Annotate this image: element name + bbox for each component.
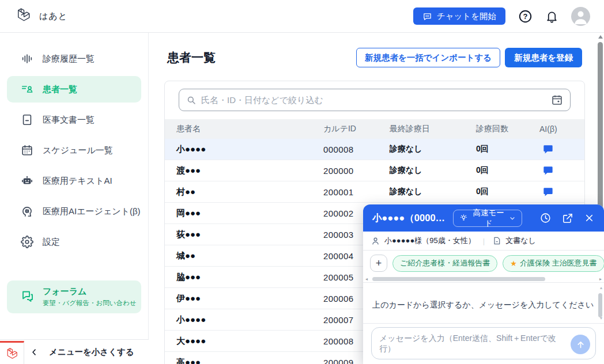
chart-id-cell: 000008	[323, 145, 390, 154]
chat-panel-title: 小●●●●（0000…	[372, 212, 445, 225]
chip-label: ご紹介患者様・経過報告書	[400, 258, 490, 268]
history-clock-button[interactable]	[538, 211, 553, 225]
lightbulb-icon	[459, 214, 468, 222]
table-row[interactable]: 小●●●●000008診療なし0回	[165, 139, 584, 160]
search-input[interactable]	[201, 95, 546, 105]
patient-name-cell: 岡●●●	[176, 208, 323, 219]
chips-scrollbar-thumb[interactable]	[372, 277, 545, 281]
last-visit-cell: 診療なし	[390, 165, 476, 176]
search-box	[179, 89, 571, 111]
sidebar-item-patients[interactable]: 患者一覧	[7, 76, 141, 103]
document-card-chip[interactable]: ★介護保険 主治医意見書	[503, 255, 604, 272]
chat-patient-info-bar: 小●●●●●様（95歳・女性） | 文書なし	[363, 232, 604, 251]
chat-start-button[interactable]: チャットを開始	[413, 7, 505, 25]
ai-chat-icon[interactable]	[543, 144, 553, 154]
user-avatar[interactable]	[571, 7, 590, 26]
scrollbar-up-arrow[interactable]	[598, 35, 603, 39]
chat-scrollbar-thumb[interactable]	[598, 293, 602, 317]
send-button[interactable]	[571, 335, 590, 354]
patient-name-cell: 小●●●●	[176, 144, 323, 155]
question-mark: ?	[523, 12, 528, 20]
sidebar-item-label: 医事文書一覧	[43, 115, 95, 126]
page-title: 患者一覧	[167, 50, 216, 66]
chat-bubble-icon	[422, 12, 432, 21]
column-header: 診療回数	[476, 124, 539, 134]
top-header: はあと チャットを開始 ?	[0, 0, 604, 33]
debug-logo-icon	[6, 347, 18, 360]
chat-scroll-up-arrow[interactable]: ▴	[600, 285, 602, 290]
chips-horizontal-scrollbar[interactable]: ◂ ▸	[363, 276, 604, 283]
person-icon	[371, 236, 380, 246]
chat-area-scrollbar[interactable]: ▴ ▾	[597, 286, 602, 320]
table-row[interactable]: 渡●●●200000診療なし0回	[165, 160, 584, 181]
patient-name-cell: 荻●●●	[176, 229, 323, 240]
chat-message-area: 上のカードから選択するか、メッセージを入力してください ▴ ▾	[363, 283, 604, 323]
brand: はあと	[0, 7, 67, 25]
ai-chat-icon[interactable]	[543, 187, 553, 197]
column-header: カルテID	[323, 124, 390, 134]
ai-chat-icon[interactable]	[543, 165, 553, 176]
column-header: 患者名	[176, 124, 323, 134]
patient-name-cell: 大●●●●	[176, 336, 323, 347]
patient-list-icon	[21, 83, 33, 96]
close-icon[interactable]	[583, 211, 596, 225]
forum-icon	[21, 289, 35, 305]
divider: |	[483, 237, 485, 245]
document-small-icon	[492, 236, 501, 245]
chat-message-input[interactable]	[379, 333, 565, 353]
last-visit-cell: 診療なし	[390, 187, 476, 197]
table-header: 患者名カルテID最終診療日診療回数AI(β)	[165, 119, 584, 139]
patient-name-cell: 渡●●●	[176, 165, 323, 176]
patient-name-cell: 脇●●●	[176, 272, 323, 283]
mode-select-button[interactable]: 高速モード	[453, 210, 522, 227]
gear-icon	[21, 236, 33, 248]
patient-name-cell: 小●●●●	[176, 314, 323, 325]
document-card-chip[interactable]: ご紹介患者様・経過報告書	[392, 255, 497, 272]
chat-scroll-down-arrow[interactable]: ▾	[600, 316, 602, 321]
sidebar-item-label: スケジュール一覧	[43, 145, 113, 156]
chevron-down-icon	[509, 215, 516, 222]
sidebar-item-medical-history[interactable]: 診療履歴一覧	[7, 46, 141, 72]
chat-input-area	[363, 323, 604, 364]
scroll-right-arrow[interactable]: ▸	[599, 276, 602, 282]
sidebar-item-label: 患者一覧	[43, 84, 77, 95]
app-logo-icon	[16, 7, 31, 25]
scroll-left-arrow[interactable]: ◂	[365, 276, 368, 282]
patient-name-cell: 城●●	[176, 251, 323, 261]
sidebar-item-label: 設定	[43, 237, 60, 248]
date-filter-calendar-button[interactable]	[551, 94, 563, 106]
register-patient-button[interactable]: 新規患者を登録	[505, 48, 582, 67]
search-icon	[186, 95, 197, 105]
sidebar: 診療履歴一覧患者一覧医事文書一覧スケジュール一覧医療用テキストAI医療用AIエー…	[0, 33, 149, 364]
sidebar-item-label: 医療用テキストAI	[43, 176, 112, 187]
visit-count-cell: 0回	[476, 187, 539, 197]
notifications-bell-button[interactable]	[545, 10, 558, 23]
forum-title: フォーラム	[43, 286, 137, 297]
sidebar-item-settings[interactable]: 設定	[7, 229, 141, 255]
star-icon: ★	[510, 259, 517, 268]
add-card-button[interactable]: +	[370, 255, 387, 272]
chat-input-box	[371, 327, 596, 359]
chart-id-cell: 200000	[323, 166, 390, 176]
chat-document-status: 文書なし	[505, 236, 536, 246]
chart-id-cell: 200001	[323, 187, 390, 197]
help-button[interactable]: ?	[518, 9, 533, 24]
chat-panel-header: 小●●●●（0000… 高速モード	[363, 204, 604, 232]
open-external-button[interactable]	[561, 211, 575, 225]
sidebar-item-documents[interactable]: 医事文書一覧	[7, 107, 141, 133]
sidebar-item-text-ai[interactable]: 医療用テキストAI	[7, 168, 141, 194]
forum-subtitle: 要望・バグ報告・お問い合わせ	[43, 299, 137, 308]
sidebar-item-ai-agent[interactable]: 医療用AIエージェント(β)	[7, 198, 141, 225]
scrollbar-thumb[interactable]	[598, 42, 603, 209]
column-header: AI(β)	[539, 124, 584, 134]
patient-chat-panel: 小●●●●（0000… 高速モード	[363, 204, 604, 364]
debug-toolbar[interactable]	[0, 341, 24, 364]
agent-icon	[21, 205, 33, 218]
sidebar-item-forum[interactable]: フォーラム 要望・バグ報告・お問い合わせ	[7, 280, 141, 313]
robot-icon	[21, 175, 33, 187]
sidebar-item-schedule[interactable]: スケジュール一覧	[7, 137, 141, 164]
chip-label: 介護保険 主治医意見書	[520, 258, 597, 268]
table-row[interactable]: 村●●200001診療なし0回	[165, 181, 584, 203]
import-patients-button[interactable]: 新規患者を一括でインポートする	[356, 48, 500, 67]
document-chips-row: + ご紹介患者様・経過報告書★介護保険 主治医意見書在宅療養計画書	[363, 251, 604, 276]
